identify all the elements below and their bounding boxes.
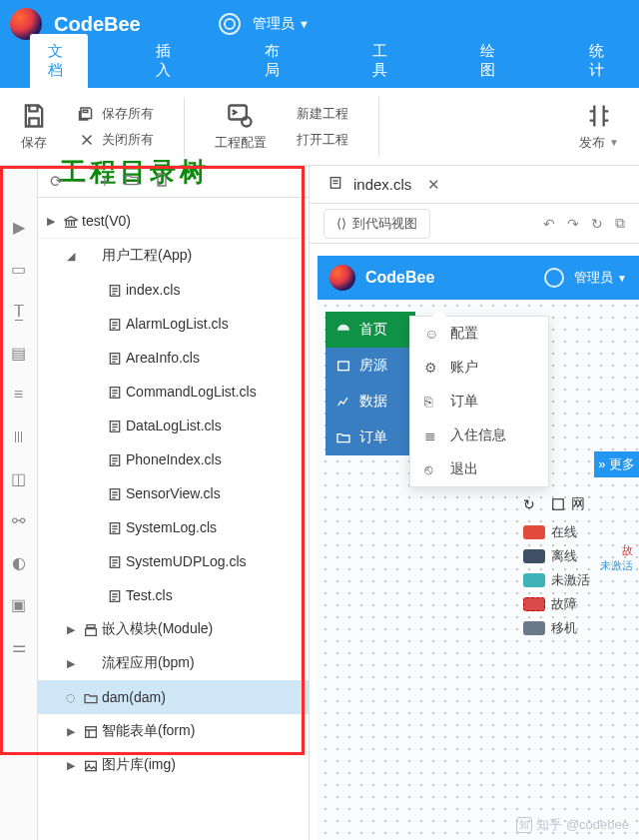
plus-icon[interactable]: + — [100, 173, 109, 191]
strip-text-icon[interactable]: T̲ — [0, 290, 37, 332]
tree-node[interactable]: AreaInfo.cls — [38, 341, 309, 375]
title-bar: CodeBee 管理员 ▼ — [0, 0, 639, 48]
tree-item-label: 用户工程(App) — [102, 247, 192, 265]
tree-node[interactable]: ▶流程应用(bpm) — [38, 646, 309, 680]
refresh-icon[interactable]: ↻ — [591, 216, 603, 232]
refresh-icon[interactable]: ↻ — [523, 496, 535, 512]
dropdown-exit[interactable]: ⎋退出 — [410, 452, 548, 486]
tree-node[interactable]: ◢用户工程(App) — [38, 239, 309, 273]
strip-page-icon[interactable]: ▭ — [0, 248, 37, 290]
project-tree[interactable]: ▶test(V0)◢用户工程(App)index.clsAlarmLogList… — [38, 198, 309, 782]
svg-rect-13 — [86, 761, 97, 770]
user-name-label: 管理员 — [253, 15, 295, 33]
refresh-icon[interactable]: ⟳ — [50, 172, 63, 191]
design-canvas[interactable]: CodeBee 管理员 ▼ 首页 房源 数据 — [318, 256, 639, 840]
tab-layout[interactable]: 布局 — [247, 34, 305, 88]
strip-list-icon[interactable]: ≡ — [0, 374, 37, 416]
tab-draw[interactable]: 绘图 — [462, 34, 520, 88]
strip-tree-icon[interactable]: ▶ — [0, 206, 37, 248]
nav-data[interactable]: 数据 — [325, 384, 415, 420]
tab-stats[interactable]: 统计 — [571, 34, 629, 88]
tree-toggle-icon[interactable]: ▶ — [62, 657, 80, 670]
tree-toggle-icon[interactable]: ▶ — [62, 725, 80, 738]
minus-icon[interactable]: − — [77, 173, 86, 191]
nav-order[interactable]: 订单 — [325, 420, 415, 455]
close-tab-icon[interactable]: ✕ — [427, 176, 440, 194]
strip-link-icon[interactable]: ⚯ — [0, 499, 37, 541]
tree-node[interactable]: Test.cls — [38, 578, 309, 612]
list-icon: ≣ — [424, 427, 440, 443]
chevron-down-icon: ▼ — [617, 273, 627, 284]
strip-code-icon[interactable]: ◫ — [0, 457, 37, 499]
open-project-button[interactable]: 打开工程 — [297, 131, 348, 149]
tree-node[interactable]: ▶test(V0) — [38, 204, 309, 238]
tree-node[interactable]: index.cls — [38, 273, 309, 307]
tree-node[interactable]: ▶智能表单(form) — [38, 714, 309, 748]
tab-tools[interactable]: 工具 — [354, 34, 412, 88]
tree-node[interactable]: SystemLog.cls — [38, 510, 309, 544]
preview-user-icon[interactable] — [544, 268, 564, 288]
tree-node[interactable]: CommandLogList.cls — [38, 375, 309, 409]
file-icon[interactable] — [154, 172, 170, 192]
preview-logo — [329, 265, 355, 291]
project-config-button[interactable]: 工程配置 — [215, 102, 267, 152]
grid-icon — [551, 497, 565, 511]
publish-button[interactable]: 发布▼ — [579, 102, 619, 152]
dropdown-config[interactable]: ☺配置 — [410, 317, 548, 351]
tree-item-icon — [104, 450, 126, 467]
undo-icon[interactable]: ↶ — [543, 216, 555, 232]
main-area: ▶ ▭ T̲ ▤ ≡ ⫼ ◫ ⚯ ◐ ▣ ⚌ ⟳ − + ▶test(V0)◢用… — [0, 166, 639, 840]
tab-insert[interactable]: 插入 — [138, 34, 196, 88]
save-all-label: 保存所有 — [102, 105, 154, 123]
tab-document[interactable]: 文档 — [30, 34, 88, 88]
preview-user-dropdown[interactable]: 管理员 ▼ — [574, 269, 627, 287]
nav-home[interactable]: 首页 — [325, 312, 415, 348]
close-all-button[interactable]: 关闭所有 — [78, 131, 154, 149]
tree-item-label: SensorView.cls — [126, 485, 221, 501]
tree-node[interactable]: AlarmLogList.cls — [38, 307, 309, 341]
dropdown-account[interactable]: ⚙账户 — [410, 351, 548, 385]
tree-toggle-icon[interactable]: ▶ — [42, 215, 60, 228]
redo-icon[interactable]: ↷ — [567, 216, 579, 232]
code-view-button[interactable]: ⟨⟩ 到代码视图 — [323, 209, 430, 239]
swatch-unactivated — [523, 573, 545, 587]
save-all-button[interactable]: 保存所有 — [78, 105, 154, 123]
tree-toggle-icon[interactable]: ▶ — [62, 759, 80, 772]
user-icon[interactable] — [219, 13, 241, 35]
code-view-label: 到代码视图 — [352, 215, 417, 233]
tree-item-icon — [104, 315, 126, 332]
tree-node[interactable]: SensorView.cls — [38, 476, 309, 510]
strip-layout-icon[interactable]: ▤ — [0, 332, 37, 374]
strip-cols-icon[interactable]: ⫼ — [0, 416, 37, 457]
tree-item-label: 嵌入模块(Module) — [102, 620, 213, 638]
tree-toggle-icon[interactable]: ◢ — [62, 250, 80, 263]
more-button[interactable]: » 更多 — [594, 451, 639, 477]
gear-icon: ⚙ — [424, 360, 440, 376]
tree-node[interactable]: DataLogList.cls — [38, 409, 309, 442]
nav-house[interactable]: 房源 — [325, 348, 415, 384]
tree-node[interactable]: ▶图片库(img) — [38, 748, 309, 782]
tree-node[interactable]: ▶嵌入模块(Module) — [38, 612, 309, 646]
publish-label: 发布 — [579, 134, 605, 152]
tree-item-label: PhoneIndex.cls — [126, 451, 222, 467]
main-menu: 文档 插入 布局 工具 绘图 统计 — [0, 48, 639, 88]
editor-tab-label[interactable]: index.cls — [353, 176, 411, 193]
swatch-offline — [523, 549, 545, 563]
tree-node[interactable]: SystemUDPLog.cls — [38, 544, 309, 578]
folder-icon[interactable] — [124, 172, 140, 192]
tree-toggle-icon[interactable]: ◌ — [62, 691, 80, 704]
dropdown-order[interactable]: ⎘订单 — [410, 385, 548, 419]
tree-toggle-icon[interactable]: ▶ — [62, 623, 80, 636]
extra-tool-icon[interactable]: ⧉ — [615, 215, 625, 232]
user-dropdown[interactable]: 管理员 ▼ — [253, 15, 310, 33]
strip-palette-icon[interactable]: ◐ — [0, 541, 37, 583]
new-project-button[interactable]: 新建工程 — [297, 105, 348, 123]
strip-sliders-icon[interactable]: ⚌ — [0, 625, 37, 667]
save-button[interactable]: 保存 — [20, 102, 48, 152]
tree-node[interactable]: ◌dam(dam) — [38, 680, 309, 714]
strip-maximize-icon[interactable]: ▣ — [0, 583, 37, 625]
watermark: 知 知乎 @codebee — [516, 816, 629, 834]
tree-item-label: AlarmLogList.cls — [126, 316, 229, 332]
dropdown-checkin[interactable]: ≣入住信息 — [410, 419, 548, 452]
tree-node[interactable]: PhoneIndex.cls — [38, 442, 309, 476]
